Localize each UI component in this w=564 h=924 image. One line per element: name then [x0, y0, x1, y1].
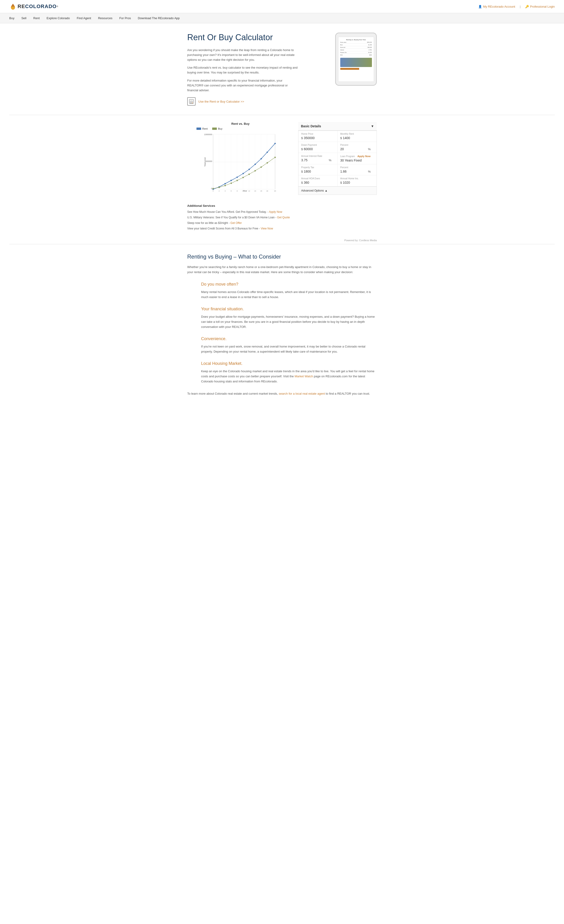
svg-text:18: 18 — [266, 190, 268, 192]
home-ins-label: Annual Home Ins. — [340, 177, 374, 180]
chart-area: 1000000 500000 0 Total Cost Year — [187, 132, 293, 192]
nav-for-pros[interactable]: For Pros — [119, 13, 131, 23]
service-link-1[interactable]: Get Quote — [277, 216, 290, 219]
property-tax-label: Property Tax — [301, 166, 334, 169]
svg-rect-6 — [190, 103, 191, 103]
advanced-options-arrow: ▲ — [325, 189, 328, 192]
property-tax-pct-label: Percent — [340, 166, 374, 169]
loan-program-input-wrap: 30 Years Fixed — [340, 159, 374, 162]
svg-text:12: 12 — [248, 190, 250, 192]
down-payment-prefix: $ — [301, 147, 303, 151]
svg-rect-2 — [190, 100, 193, 101]
svg-point-41 — [224, 185, 226, 186]
svg-text:2: 2 — [219, 190, 220, 192]
hero-divider — [9, 115, 555, 115]
loan-program-label: Loan Program Apply Now — [340, 155, 374, 158]
interest-rate-input[interactable] — [301, 158, 328, 162]
svg-point-43 — [236, 180, 238, 181]
service-link-0[interactable]: Apply Now — [269, 210, 282, 213]
down-payment-field: Down Payment $ — [298, 142, 337, 153]
nav-app[interactable]: Download The REcolorado App — [138, 13, 180, 23]
property-tax-pct-suffix: % — [368, 170, 371, 173]
home-price-input[interactable] — [304, 136, 334, 140]
legend-buy-box — [212, 128, 217, 130]
svg-text:500000: 500000 — [205, 160, 212, 162]
svg-text:0: 0 — [211, 188, 212, 190]
nav-sell[interactable]: Sell — [21, 13, 26, 23]
logo-re: RE — [18, 3, 25, 9]
cta-link[interactable]: Use the Rent or Buy Calculator >> — [199, 100, 244, 103]
apply-now-link[interactable]: Apply Now — [357, 155, 370, 158]
market-watch-link[interactable]: Market Watch — [295, 375, 313, 378]
find-agent-link[interactable]: search for a local real estate agent — [279, 392, 325, 395]
logo[interactable]: RE COLORADO ® — [9, 3, 59, 10]
monthly-rent-input-wrap: $ — [340, 136, 374, 140]
percent-input-wrap: % — [340, 147, 374, 151]
service-link-2[interactable]: Get Offer — [230, 221, 242, 225]
nav-explore[interactable]: Explore Colorado — [47, 13, 70, 23]
hoa-dues-input[interactable] — [304, 181, 334, 184]
home-price-prefix: $ — [301, 136, 303, 140]
percent-field: Percent % — [337, 142, 376, 153]
home-price-input-wrap: $ — [301, 136, 334, 140]
site-header: RE COLORADO ® 👤 My REcolorado Account | … — [0, 0, 564, 13]
svg-text:14: 14 — [254, 190, 256, 192]
hero-para3: For more detailed information specific t… — [187, 78, 298, 93]
nav-rent[interactable]: Rent — [33, 13, 39, 23]
form-section-title[interactable]: Basic Details ▼ — [298, 122, 377, 130]
interest-rate-suffix: % — [329, 159, 331, 162]
svg-text:20: 20 — [274, 190, 276, 192]
page-title: Rent Or Buy Calculator — [187, 33, 328, 42]
svg-point-47 — [260, 166, 262, 168]
section-title-arrow: ▼ — [371, 124, 374, 128]
interest-rate-label: Annual Interest Rate — [301, 155, 334, 158]
service-item-2: Sleep now for as little as $3/night - Ge… — [187, 221, 377, 225]
svg-point-46 — [254, 170, 256, 171]
property-tax-input-wrap: $ — [301, 170, 334, 173]
subsection-move-often: Do you move often? Many rental homes acr… — [187, 282, 377, 300]
hoa-dues-label: Annual HOA Dues — [301, 177, 334, 180]
svg-text:Total Cost: Total Cost — [204, 158, 206, 167]
service-item-3: View your latest Credit Scores from All … — [187, 226, 377, 231]
property-tax-input[interactable] — [304, 170, 334, 173]
subsection-local-market-text: Keep an eye on the Colorado housing mark… — [201, 369, 377, 384]
main-nav: Buy Sell Rent Explore Colorado Find Agen… — [0, 13, 564, 23]
percent-suffix: % — [368, 147, 371, 151]
svg-text:4: 4 — [225, 190, 226, 192]
property-tax-pct-input-wrap: % — [340, 170, 374, 173]
percent-input[interactable] — [340, 147, 367, 151]
svg-point-30 — [224, 183, 226, 184]
property-tax-field: Property Tax $ — [298, 164, 337, 176]
subsection-convenience-text: If you're not keen on yard work, snow re… — [201, 344, 377, 354]
home-ins-input[interactable] — [343, 181, 374, 184]
nav-find-agent[interactable]: Find Agent — [77, 13, 91, 23]
svg-point-31 — [230, 180, 232, 181]
professional-login-link[interactable]: 🔑 Professional Login — [525, 5, 555, 8]
interest-rate-input-wrap: % — [301, 158, 334, 162]
svg-point-39 — [212, 188, 214, 189]
property-tax-pct-input[interactable] — [340, 170, 367, 173]
legend-buy-label: Buy — [218, 128, 223, 130]
svg-rect-8 — [192, 103, 193, 103]
legend-buy: Buy — [212, 128, 223, 130]
my-account-link[interactable]: 👤 My REcolorado Account — [478, 5, 515, 8]
svg-text:16: 16 — [260, 190, 262, 192]
subsection-local-market-title: Local Housing Market. — [201, 361, 377, 366]
subsection-financial-title: Your financial situation. — [201, 307, 377, 312]
hero-content: Rent Or Buy Calculator Are you wondering… — [187, 33, 328, 106]
form-section-title-text: Basic Details — [301, 124, 321, 128]
down-payment-input[interactable] — [304, 147, 334, 151]
legend-rent: Rent — [197, 128, 208, 130]
monthly-rent-input[interactable] — [343, 136, 374, 140]
header-right: 👤 My REcolorado Account | 🔑 Professional… — [478, 5, 555, 8]
tablet-screen: Renting vs. Buying Over Time Home value$… — [338, 37, 374, 82]
content-section: Renting vs Buying – What to Consider Whe… — [178, 244, 386, 405]
svg-text:6: 6 — [231, 190, 232, 192]
key-icon: 🔑 — [525, 5, 529, 8]
nav-buy[interactable]: Buy — [9, 13, 14, 23]
tablet-illustration: Renting vs. Buying Over Time Home value$… — [335, 33, 377, 86]
advanced-options-toggle[interactable]: Advanced Options ▲ — [298, 187, 377, 195]
nav-resources[interactable]: Resources — [98, 13, 112, 23]
down-payment-label: Down Payment — [301, 144, 334, 146]
service-link-3[interactable]: View Now — [261, 227, 273, 230]
